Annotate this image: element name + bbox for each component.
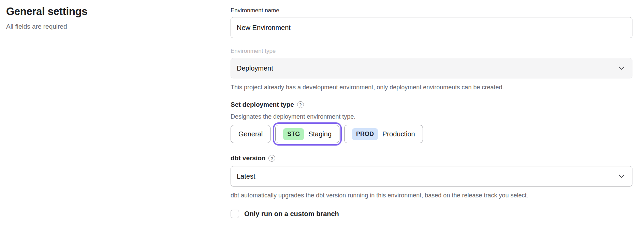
deployment-type-staging-label: Staging — [308, 130, 332, 138]
dbt-version-header: dbt version ? — [231, 154, 632, 162]
page-subtitle: All fields are required — [6, 23, 197, 30]
environment-name-input[interactable] — [231, 17, 632, 38]
production-badge: PROD — [352, 128, 378, 140]
custom-branch-checkbox[interactable] — [231, 210, 239, 218]
dbt-version-helper: dbt automatically upgrades the dbt versi… — [231, 192, 632, 199]
custom-branch-label: Only run on a custom branch — [244, 210, 339, 218]
chevron-down-icon — [618, 66, 625, 70]
deployment-type-label: Set deployment type — [231, 101, 294, 108]
environment-type-label: Environment type — [231, 47, 632, 55]
environment-type-value: Deployment — [237, 64, 273, 72]
settings-header: General settings All fields are required — [6, 5, 197, 30]
deployment-type-description: Designates the deployment environment ty… — [231, 113, 632, 120]
dbt-version-label: dbt version — [231, 154, 265, 162]
deployment-type-production-label: Production — [382, 130, 415, 138]
custom-branch-row: Only run on a custom branch — [231, 210, 632, 218]
environment-type-select: Deployment — [231, 58, 632, 78]
chevron-down-icon — [618, 175, 625, 178]
environment-name-label: Environment name — [231, 7, 632, 14]
deployment-type-general-label: General — [238, 130, 263, 138]
page-title: General settings — [6, 5, 197, 18]
staging-badge: STG — [283, 128, 304, 140]
environment-settings-form: Environment name Environment type Deploy… — [231, 7, 632, 218]
deployment-type-header: Set deployment type ? — [231, 101, 632, 108]
deployment-type-staging-button[interactable]: STG Staging — [275, 125, 339, 143]
help-icon[interactable]: ? — [268, 155, 275, 162]
help-icon[interactable]: ? — [297, 101, 304, 108]
deployment-type-button-group: General STG Staging PROD Production — [231, 125, 632, 143]
deployment-type-general-button[interactable]: General — [231, 125, 270, 143]
dbt-version-value: Latest — [237, 172, 255, 180]
deployment-type-production-button[interactable]: PROD Production — [344, 125, 423, 143]
dbt-version-select[interactable]: Latest — [231, 166, 632, 186]
environment-type-helper: This project already has a development e… — [231, 84, 632, 91]
